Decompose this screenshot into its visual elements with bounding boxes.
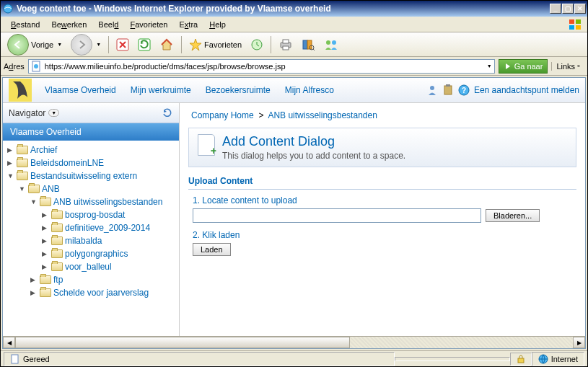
help-icon[interactable]: ?	[458, 84, 470, 96]
folder-icon	[40, 198, 51, 206]
load-button[interactable]: Laden	[193, 243, 231, 256]
statusbar: Gereed Internet	[1, 350, 587, 366]
favorites-button[interactable]: Favorieten	[185, 35, 245, 55]
expand-icon[interactable]: ▶	[42, 237, 49, 244]
url-field-wrapper[interactable]: ▼	[28, 59, 495, 74]
svg-rect-22	[446, 84, 450, 87]
sidebar-root[interactable]: Vlaamse Overheid	[3, 123, 179, 141]
close-button[interactable]: ✕	[574, 4, 586, 14]
tree-node[interactable]: ▶bosprog-bosdat	[3, 208, 179, 221]
menu-extra[interactable]: Extra	[173, 18, 203, 31]
step-2-label: 2. Klik laden	[193, 230, 576, 240]
scroll-left-icon[interactable]: ◀	[3, 337, 15, 348]
tree-label: ANB	[42, 184, 60, 194]
svg-rect-9	[283, 40, 289, 43]
print-button[interactable]	[275, 35, 297, 55]
tree-node[interactable]: ▼Bestandsuitwisseling extern	[3, 169, 179, 182]
expand-icon[interactable]: ▶	[42, 224, 49, 231]
nav-vlaamse-overheid[interactable]: Vlaamse Overheid	[39, 81, 122, 100]
home-button[interactable]	[156, 35, 177, 55]
tree-label: ftp	[53, 275, 63, 285]
nav-mijn-alfresco[interactable]: Mijn Alfresco	[279, 81, 340, 100]
user-icon[interactable]	[426, 84, 438, 96]
collapse-icon[interactable]: ▼	[7, 172, 14, 180]
tree-node[interactable]: ▶Schelde voor jaarverslag	[3, 286, 179, 299]
dialog-subtitle: This dialog helps you to add content to …	[222, 151, 405, 161]
messenger-button[interactable]	[320, 35, 343, 55]
maximize-button[interactable]: ▢	[562, 4, 574, 14]
browse-button[interactable]: Bladeren...	[486, 209, 540, 222]
collapse-icon[interactable]: ▼	[30, 198, 38, 205]
status-ready: Gereed	[4, 352, 395, 366]
menu-bestand[interactable]: Bestand	[5, 18, 45, 31]
forward-icon	[71, 34, 92, 56]
tree-label: Bestandsuitwisseling extern	[30, 171, 137, 181]
tree-node[interactable]: ▶definitieve_2009-2014	[3, 221, 179, 234]
expand-icon[interactable]: ▶	[42, 250, 49, 257]
titlebar: Voeg content toe - Windows Internet Expl…	[1, 1, 587, 17]
tree-node[interactable]: ▶BeleidsdomeinLNE	[3, 156, 179, 169]
addressbar: Adres ▼ Ga naar Links »	[1, 57, 587, 76]
tree-label: ANB uitwisselingsbestanden	[53, 197, 162, 207]
expand-icon[interactable]: ▶	[42, 263, 49, 270]
expand-icon[interactable]: ▶	[30, 289, 38, 296]
research-button[interactable]	[298, 35, 318, 55]
url-input[interactable]	[45, 62, 486, 71]
svg-rect-11	[303, 40, 307, 49]
menu-beeld[interactable]: Beeld	[92, 18, 124, 31]
folder-icon	[51, 211, 63, 219]
menu-favorieten[interactable]: Favorieten	[124, 18, 173, 31]
refresh-icon[interactable]	[162, 107, 173, 119]
add-document-icon	[198, 134, 215, 156]
links-panel[interactable]: Links »	[551, 62, 584, 71]
main-panel: Company Home > ANB uitwisselingsbestande…	[180, 103, 585, 336]
scroll-right-icon[interactable]: ▶	[573, 337, 585, 348]
svg-line-14	[313, 49, 315, 50]
collapse-icon[interactable]: ▼	[19, 185, 26, 193]
svg-rect-21	[444, 86, 452, 94]
dialog-title: Add Content Dialog	[222, 134, 405, 149]
go-button[interactable]: Ga naar	[499, 59, 548, 74]
breadcrumb-item[interactable]: ANB uitwisselingsbestanden	[268, 110, 377, 120]
tree-node[interactable]: ▶voor_balleul	[3, 260, 179, 273]
chevron-down-icon[interactable]: ▼	[487, 63, 492, 68]
expand-icon[interactable]: ▶	[7, 159, 14, 167]
ie-window: Voeg content toe - Windows Internet Expl…	[0, 0, 588, 367]
menu-bewerken[interactable]: Bewerken	[45, 18, 92, 31]
tree-label: bosprog-bosdat	[65, 210, 125, 220]
tree-label: definitieve_2009-2014	[65, 223, 150, 233]
expand-icon[interactable]: ▶	[7, 146, 14, 154]
horizontal-scrollbar[interactable]: ◀ ▶	[3, 336, 585, 348]
nav-bezoekersruimte[interactable]: Bezoekersruimte	[200, 81, 276, 100]
tree-node[interactable]: ▶polygongraphics	[3, 247, 179, 260]
ie-icon	[2, 3, 14, 14]
breadcrumb-item[interactable]: Company Home	[191, 110, 254, 120]
svg-rect-2	[576, 19, 581, 24]
tree-node[interactable]: ▼ANB uitwisselingsbestanden	[3, 195, 179, 208]
folder-icon	[51, 262, 63, 271]
history-button[interactable]	[247, 35, 267, 55]
back-button[interactable]: Vorige ▼	[4, 35, 66, 55]
tree-node[interactable]: ▶milabalda	[3, 234, 179, 247]
stop-button[interactable]	[113, 35, 133, 55]
chevron-down-icon[interactable]: ▼	[48, 109, 59, 117]
app-header: Vlaamse Overheid Mijn werkruimte Bezoeke…	[3, 78, 585, 103]
refresh-button[interactable]	[134, 35, 154, 55]
app-nav: Vlaamse Overheid Mijn werkruimte Bezoeke…	[39, 81, 340, 100]
report-issue-link[interactable]: Een aandachtspunt melden	[474, 85, 579, 95]
minimize-button[interactable]: _	[550, 4, 561, 14]
menu-help[interactable]: Help	[203, 18, 232, 31]
svg-point-20	[430, 86, 434, 90]
file-path-input[interactable]	[193, 208, 481, 223]
folder-icon	[40, 288, 51, 297]
folder-icon	[17, 146, 28, 154]
forward-button[interactable]: ▼	[67, 35, 105, 55]
nav-mijn-werkruimte[interactable]: Mijn werkruimte	[125, 81, 197, 100]
tree-node[interactable]: ▶ftp	[3, 273, 179, 286]
clipboard-icon[interactable]	[442, 84, 454, 96]
sidebar: Navigator ▼ Vlaamse Overheid ▶Archief▶Be…	[3, 103, 180, 336]
tree-node[interactable]: ▼ANB	[3, 182, 179, 195]
tree-node[interactable]: ▶Archief	[3, 143, 179, 156]
expand-icon[interactable]: ▶	[42, 211, 49, 218]
expand-icon[interactable]: ▶	[30, 276, 38, 283]
